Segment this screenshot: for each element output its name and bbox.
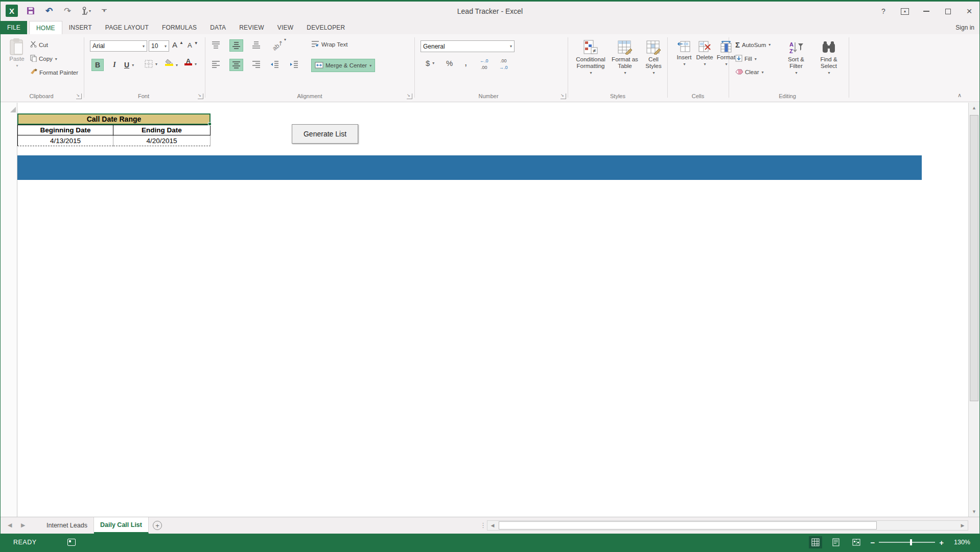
decrease-decimal-icon[interactable]: .00→.0: [499, 59, 508, 70]
number-format-combo[interactable]: General▾: [421, 40, 515, 52]
format-as-table-button[interactable]: Format as Table▾: [610, 39, 640, 76]
increase-indent-icon[interactable]: [290, 61, 298, 68]
clear-button[interactable]: Clear▾: [735, 68, 764, 76]
ending-date-value-cell[interactable]: 4/20/2015: [113, 135, 211, 146]
scroll-down-icon[interactable]: ▼: [969, 507, 979, 517]
find-select-button[interactable]: Find & Select▾: [814, 40, 844, 76]
sheet-tab-daily-call-list[interactable]: Daily Call List: [94, 517, 149, 534]
ribbon-tab-home[interactable]: HOME: [29, 21, 62, 34]
ribbon-display-icon[interactable]: ▴: [898, 6, 912, 17]
worksheet-area: Call Date Range Beginning Date Ending Da…: [1, 103, 979, 517]
underline-button[interactable]: U▾: [124, 59, 134, 71]
ribbon-tab-developer[interactable]: DEVELOPER: [300, 21, 352, 34]
copy-button[interactable]: Copy▾: [30, 55, 57, 63]
zoom-slider-thumb[interactable]: [910, 539, 912, 545]
scroll-left-icon[interactable]: ◀: [487, 521, 498, 530]
minimize-icon[interactable]: [919, 6, 934, 17]
font-color-icon[interactable]: A ▾: [184, 58, 192, 65]
italic-button[interactable]: I: [109, 59, 120, 71]
vertical-scrollbar[interactable]: ▲ ▼: [968, 103, 979, 517]
ribbon-tab-data[interactable]: DATA: [203, 21, 232, 34]
ribbon-tab-view[interactable]: VIEW: [271, 21, 300, 34]
page-layout-view-icon[interactable]: [829, 536, 843, 548]
align-center-icon[interactable]: [229, 59, 243, 71]
cell-styles-button[interactable]: Cell Styles▾: [641, 39, 666, 76]
paste-button[interactable]: Paste▾: [6, 38, 28, 69]
font-size-combo[interactable]: 10▾: [149, 40, 169, 52]
increase-decimal-icon[interactable]: ←.0.00: [480, 59, 488, 70]
delete-cells-button[interactable]: Delete▾: [694, 40, 715, 67]
clipboard-dialog-launcher[interactable]: ↘: [76, 94, 82, 99]
insert-cells-button[interactable]: Insert▾: [674, 40, 694, 67]
ending-date-header-cell[interactable]: Ending Date: [113, 125, 211, 135]
call-date-range-title-cell[interactable]: Call Date Range: [17, 113, 211, 125]
autosum-button[interactable]: Σ AutoSum▾: [735, 40, 771, 49]
ribbon-tab-row: FILE HOMEINSERTPAGE LAYOUTFORMULASDATARE…: [1, 21, 979, 34]
sheet-nav-right-icon[interactable]: ▶: [21, 522, 25, 528]
zoom-in-icon[interactable]: +: [939, 538, 944, 547]
font-dialog-launcher[interactable]: ↘: [198, 94, 203, 99]
tab-file[interactable]: FILE: [1, 21, 27, 34]
increase-font-icon[interactable]: A▲: [172, 40, 183, 49]
comma-style-icon[interactable]: ,: [464, 57, 467, 68]
conditional-formatting-button[interactable]: ≠ Conditional Formatting▾: [574, 39, 608, 76]
decrease-indent-icon[interactable]: [270, 61, 279, 68]
zoom-out-icon[interactable]: −: [870, 538, 875, 547]
sheet-tab-internet-leads[interactable]: Internet Leads: [40, 517, 94, 534]
cell-styles-icon: [646, 39, 661, 56]
ribbon-tab-page-layout[interactable]: PAGE LAYOUT: [99, 21, 155, 34]
alignment-dialog-launcher[interactable]: ↘: [407, 94, 412, 99]
close-icon[interactable]: ×: [962, 6, 976, 17]
macro-record-icon[interactable]: [67, 539, 76, 546]
ribbon-tab-review[interactable]: REVIEW: [232, 21, 271, 34]
orientation-icon[interactable]: ab↗▾: [271, 36, 288, 52]
percent-style-icon[interactable]: %: [446, 59, 453, 67]
ribbon-tab-insert[interactable]: INSERT: [62, 21, 99, 34]
fill-handle[interactable]: [208, 122, 212, 126]
merge-center-button[interactable]: Merge & Center▾: [311, 59, 375, 72]
zoom-slider[interactable]: [879, 542, 935, 543]
bold-button[interactable]: B: [91, 59, 104, 71]
ribbon-tab-formulas[interactable]: FORMULAS: [155, 21, 203, 34]
svg-text:Z: Z: [789, 48, 793, 54]
sheet-nav-left-icon[interactable]: ◀: [8, 522, 12, 528]
sort-filter-button[interactable]: AZ Sort & Filter▾: [781, 40, 811, 76]
format-painter-button[interactable]: Format Painter: [30, 68, 78, 76]
collapse-ribbon-icon[interactable]: ∧: [958, 92, 962, 99]
align-top-icon[interactable]: [212, 41, 220, 49]
beginning-date-header-cell[interactable]: Beginning Date: [17, 125, 113, 135]
sort-filter-icon: AZ: [789, 40, 803, 56]
select-all-corner[interactable]: [1, 103, 17, 113]
wrap-text-button[interactable]: Wrap Text: [311, 40, 347, 49]
align-middle-icon[interactable]: [229, 39, 243, 52]
cells-group-label: Cells: [678, 93, 718, 99]
generate-list-button[interactable]: Generate List: [292, 124, 358, 144]
cells-area[interactable]: Call Date Range Beginning Date Ending Da…: [17, 113, 968, 517]
normal-view-icon[interactable]: [809, 536, 822, 548]
add-sheet-icon[interactable]: +: [153, 521, 162, 530]
tab-scroll-splitter[interactable]: ⋮: [480, 521, 486, 529]
horizontal-scroll-thumb[interactable]: [499, 521, 877, 530]
vertical-scroll-thumb[interactable]: [970, 115, 978, 401]
page-break-view-icon[interactable]: [850, 536, 863, 548]
font-name-combo[interactable]: Arial▾: [90, 40, 147, 52]
format-cells-button[interactable]: Format▾: [715, 40, 737, 67]
cut-button[interactable]: Cut: [30, 41, 48, 49]
fill-button[interactable]: Fill▾: [735, 55, 757, 63]
sign-in-link[interactable]: Sign in: [955, 24, 974, 31]
fill-color-icon[interactable]: ▾: [165, 59, 173, 66]
horizontal-scrollbar[interactable]: ◀ ▶: [487, 520, 968, 531]
scroll-right-icon[interactable]: ▶: [958, 521, 968, 530]
zoom-level[interactable]: 130%: [951, 539, 970, 546]
borders-icon[interactable]: ▾: [145, 60, 157, 68]
maximize-icon[interactable]: [941, 6, 955, 17]
scroll-up-icon[interactable]: ▲: [969, 103, 979, 113]
align-left-icon[interactable]: [212, 61, 220, 68]
help-icon[interactable]: ?: [876, 6, 891, 17]
decrease-font-icon[interactable]: A▼: [188, 41, 198, 49]
accounting-format-icon[interactable]: $▾: [426, 59, 434, 67]
align-right-icon[interactable]: [252, 61, 261, 68]
align-bottom-icon[interactable]: [252, 41, 261, 49]
number-dialog-launcher[interactable]: ↘: [561, 94, 566, 99]
beginning-date-value-cell[interactable]: 4/13/2015: [17, 135, 113, 146]
